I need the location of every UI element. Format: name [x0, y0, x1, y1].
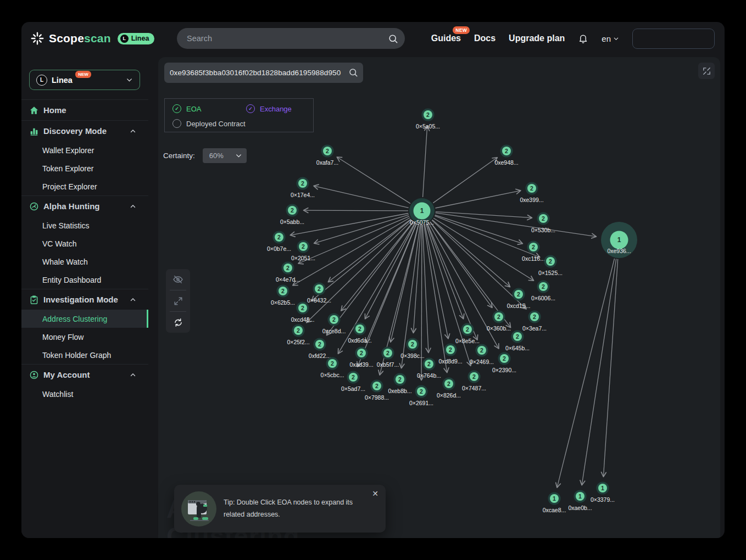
eoa-check-icon: ✓	[172, 104, 181, 113]
node-value: 2	[302, 243, 305, 250]
sidebar-item-whale-watch[interactable]: Whale Watch	[21, 253, 148, 271]
sidebar-section-home[interactable]: Home	[21, 100, 148, 120]
chevron-down-icon	[126, 76, 133, 83]
hide-labels-button[interactable]	[166, 269, 190, 290]
address-input[interactable]	[164, 63, 363, 83]
graph-toolbar	[166, 269, 190, 333]
notification-bell-icon[interactable]	[578, 33, 588, 44]
sidebar-item-live-statistics[interactable]: Live Statistics	[21, 216, 148, 234]
node-value: 2	[503, 355, 506, 362]
node-value: 2	[426, 111, 430, 118]
linea-logo-icon: L	[36, 75, 47, 86]
refresh-button[interactable]	[166, 312, 190, 333]
language-selector[interactable]: en	[602, 34, 619, 43]
graph-node-label: 0×25f2...	[287, 339, 309, 345]
graph-node-label: 0xe948...	[494, 159, 518, 166]
node-value: 2	[360, 350, 363, 356]
guides-link[interactable]: GuidesNEW	[431, 33, 461, 43]
sidebar-item-vc-watch[interactable]: VC Watch	[21, 234, 148, 253]
node-value: 2	[326, 148, 329, 154]
graph-node-label: 0×0b7e...	[267, 245, 291, 252]
node-value: 2	[420, 388, 423, 395]
graph-node-label: 0×2051...	[291, 255, 315, 261]
sidebar-section-discovery-mode[interactable]: Discovery Mode	[21, 121, 148, 141]
discovery-icon	[29, 126, 39, 136]
tip-text: Tip: Double Click EOA nodes to expand it…	[224, 497, 371, 521]
sidebar-item-money-flow[interactable]: Money Flow	[21, 328, 148, 346]
graph-node-label: 0×6432...	[307, 297, 331, 304]
certainty-dropdown[interactable]: 60%	[203, 148, 247, 163]
legend-exchange[interactable]: ✓ Exchange	[246, 104, 292, 113]
sidebar-item-entity-dashboard[interactable]: Entity Dashboard	[21, 271, 148, 289]
node-value: 2	[542, 283, 545, 290]
fullscreen-icon	[702, 66, 711, 76]
graph-node-label: 0xeb8b...	[388, 388, 411, 394]
chevron-up-icon	[130, 128, 136, 135]
guides-new-badge: NEW	[453, 26, 470, 34]
global-search[interactable]	[177, 28, 405, 49]
node-value: 2	[530, 185, 533, 192]
graph-node-label: 0×764b...	[417, 372, 441, 379]
node-value: 2	[427, 361, 431, 367]
upgrade-plan-link[interactable]: Upgrade plan	[509, 33, 565, 43]
chevron-down-icon	[613, 36, 619, 42]
node-value: 2	[331, 360, 334, 367]
graph-node-label: 0xcd15...	[507, 303, 531, 309]
legend-deployed-contract[interactable]: Deployed Contract	[172, 119, 313, 128]
graph-node-label: 0×1525...	[538, 270, 563, 276]
sidebar-section-alpha-hunting[interactable]: Alpha Hunting	[21, 196, 148, 216]
legend-eoa[interactable]: ✓ EOA	[172, 104, 246, 113]
search-icon	[388, 33, 398, 44]
node-value: 2	[411, 341, 414, 348]
node-value: 2	[332, 316, 336, 323]
sidebar-section-my-account[interactable]: My Account	[21, 365, 148, 385]
node-value: 2	[447, 380, 450, 387]
certainty-label: Certainty:	[163, 152, 195, 160]
close-icon[interactable]: ✕	[372, 490, 378, 497]
node-value: 2	[505, 148, 508, 154]
search-input[interactable]	[177, 34, 388, 43]
docs-link[interactable]: Docs	[474, 33, 496, 43]
header-right: GuidesNEW Docs Upgrade plan en	[431, 22, 715, 55]
sidebar-item-address-clustering[interactable]: Address Clustering	[21, 310, 148, 328]
chevron-down-icon	[235, 152, 242, 159]
sidebar-item-wallet-explorer[interactable]: Wallet Explorer	[21, 141, 148, 159]
network-badge[interactable]: L Linea	[118, 33, 155, 44]
graph-node-label: 0×5abb...	[280, 219, 304, 225]
graph-node[interactable]: 10×5075...	[409, 198, 435, 226]
fit-view-button[interactable]	[166, 290, 190, 311]
sidebar-item-watchlist[interactable]: Watchlist	[21, 385, 148, 403]
sidebar-item-project-explorer[interactable]: Project Explorer	[21, 177, 148, 195]
node-value: 2	[516, 333, 519, 340]
graph-node-label: 0xe399...	[520, 197, 543, 203]
deployed-contract-circle-icon	[172, 119, 181, 128]
logo-text: Scopescan	[49, 32, 111, 45]
exchange-check-icon: ✓	[246, 104, 255, 113]
node-value: 2	[318, 341, 321, 348]
graph-node-label: 0×360b...	[487, 325, 511, 332]
fullscreen-button[interactable]	[698, 63, 715, 79]
graph-node-label: 0×530b...	[531, 227, 555, 233]
graph-node-label: 0×645b...	[505, 345, 530, 351]
graph-node-label: 0×6006...	[531, 295, 555, 301]
graph-node[interactable]: 10xe936...	[601, 222, 637, 258]
node-value: 2	[286, 265, 290, 271]
graph-node-label: 0xafa7...	[316, 159, 338, 166]
refresh-icon	[173, 317, 183, 328]
network-select-dropdown[interactable]: L Linea NEW	[29, 70, 140, 90]
graph-node-label: 0×5ad7...	[341, 385, 365, 392]
sidebar-item-token-explorer[interactable]: Token Explorer	[21, 159, 148, 177]
chevron-up-icon	[130, 296, 136, 303]
network-new-badge: NEW	[75, 71, 91, 78]
graph-node-label: 0×4e7d...	[276, 276, 300, 283]
node-value: 2	[281, 288, 285, 294]
search-icon[interactable]	[348, 68, 358, 77]
graph-node-label: 0xad39...	[349, 361, 373, 368]
graph-node-label: 0xae0b...	[568, 505, 592, 511]
graph-node-label: 0xcd48...	[291, 316, 315, 323]
wallet-connect-button[interactable]	[632, 29, 715, 49]
logo[interactable]: Scopescan L Linea	[21, 31, 154, 46]
sidebar-item-token-holder-graph[interactable]: Token Holder Graph	[21, 346, 148, 364]
graph-node-label: 0×8e5e...	[455, 338, 480, 344]
sidebar-section-investigation-mode[interactable]: Investigation Mode	[21, 289, 148, 310]
